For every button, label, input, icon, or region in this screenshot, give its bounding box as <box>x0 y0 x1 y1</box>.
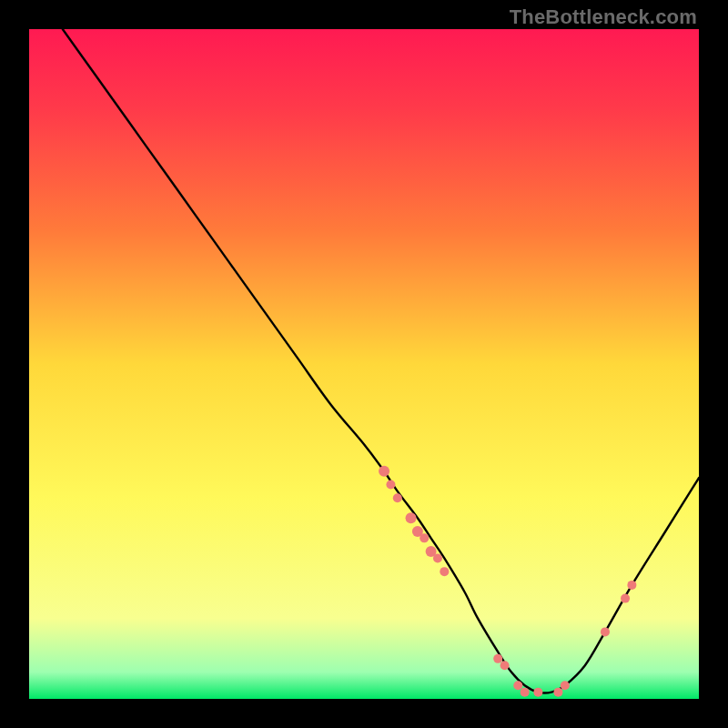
data-marker <box>500 661 510 670</box>
chart-svg <box>29 29 699 699</box>
data-marker <box>379 466 389 477</box>
data-marker <box>420 533 429 542</box>
data-marker <box>601 627 610 636</box>
data-marker <box>513 681 522 690</box>
data-marker <box>433 553 442 562</box>
chart-frame: TheBottleneck.com <box>0 0 728 728</box>
data-marker <box>621 594 630 603</box>
data-marker <box>440 567 449 576</box>
data-marker <box>393 493 402 502</box>
plot-area <box>29 29 699 699</box>
watermark-text: TheBottleneck.com <box>510 5 697 29</box>
data-marker <box>406 512 417 523</box>
data-marker <box>553 688 562 697</box>
data-marker <box>521 688 530 697</box>
data-marker <box>386 480 395 489</box>
gradient-background <box>29 29 699 699</box>
data-marker <box>493 654 502 663</box>
data-marker <box>533 688 542 697</box>
data-marker <box>627 581 636 590</box>
data-marker <box>561 681 570 690</box>
